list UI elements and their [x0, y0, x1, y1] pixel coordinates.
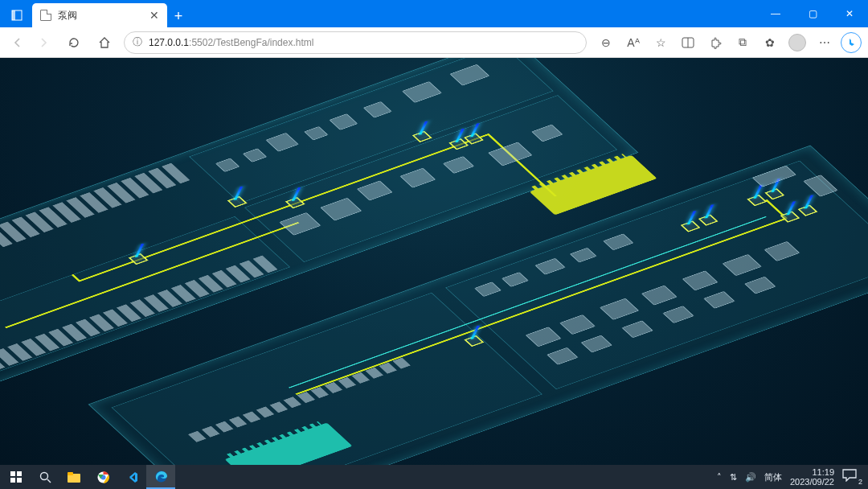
sensor-marker[interactable]	[464, 335, 484, 347]
tab-panel-toggle[interactable]	[5, 3, 29, 27]
start-button[interactable]	[2, 465, 31, 489]
more-menu-icon[interactable]: ⋯	[813, 31, 836, 54]
taskbar-search-icon[interactable]	[31, 465, 59, 489]
collections-icon[interactable]: ⧉	[731, 31, 754, 54]
browser-tab-active[interactable]: 泵阀 ✕	[32, 3, 167, 27]
tray-time: 11:19	[790, 467, 834, 477]
svg-rect-7	[17, 478, 22, 483]
tray-volume-icon[interactable]: 🔊	[745, 472, 756, 483]
site-info-icon[interactable]: ⓘ	[133, 35, 142, 49]
system-tray: ˄ ⇅ 🔊 简体 11:19 2023/09/22 2	[717, 467, 866, 487]
browser-titlebar: 泵阀 ✕ + — ▢ ✕	[0, 0, 868, 27]
window-maximize-button[interactable]: ▢	[794, 0, 831, 27]
viewport-3d-floorplan[interactable]	[0, 58, 868, 465]
profile-avatar[interactable]	[786, 31, 809, 54]
svg-rect-6	[10, 478, 15, 483]
svg-line-9	[47, 479, 51, 483]
bing-sidebar-icon[interactable]	[841, 32, 862, 53]
window-minimize-button[interactable]: —	[757, 0, 794, 27]
tray-clock[interactable]: 11:19 2023/09/22	[790, 467, 834, 487]
svg-rect-5	[17, 471, 22, 476]
iso-scene	[0, 58, 868, 465]
screenshot-icon[interactable]: ✿	[759, 31, 781, 54]
nav-home-button[interactable]	[93, 31, 116, 54]
nav-back-button[interactable]	[6, 31, 29, 54]
window-close-button[interactable]: ✕	[831, 0, 868, 27]
extensions-icon[interactable]	[704, 31, 727, 54]
read-aloud-icon[interactable]: Aᴬ	[622, 31, 645, 54]
tray-date: 2023/09/22	[790, 477, 834, 487]
address-bar[interactable]: ⓘ 127.0.0.1:5502/TestBengFa/index.html	[124, 31, 587, 54]
taskbar-chrome[interactable]	[88, 465, 117, 489]
taskbar-file-explorer[interactable]	[59, 465, 88, 489]
nav-refresh-button[interactable]	[63, 31, 85, 54]
tray-ime-label[interactable]: 简体	[764, 471, 782, 483]
vehicle-teal-truck[interactable]	[225, 423, 353, 465]
svg-point-8	[40, 472, 47, 479]
page-file-icon	[40, 10, 51, 21]
tray-network-icon[interactable]: ⇅	[730, 472, 737, 483]
tray-chevron-icon[interactable]: ˄	[717, 472, 722, 483]
tab-strip: 泵阀 ✕ +	[0, 0, 190, 27]
svg-rect-4	[10, 471, 15, 476]
tray-notif-count: 2	[858, 478, 863, 486]
new-tab-button[interactable]: +	[167, 5, 190, 27]
tab-title: 泵阀	[58, 9, 77, 23]
url-host: 127.0.0.1	[149, 37, 189, 48]
tray-notifications-icon[interactable]: 2	[842, 469, 862, 485]
zoom-icon[interactable]: ⊖	[595, 31, 617, 54]
windows-taskbar: ˄ ⇅ 🔊 简体 11:19 2023/09/22 2	[0, 465, 868, 489]
svg-rect-1	[12, 10, 15, 20]
url-path: /TestBengFa/index.html	[213, 37, 313, 48]
window-controls: — ▢ ✕	[757, 0, 868, 27]
taskbar-edge[interactable]	[146, 465, 175, 489]
url-port: :5502	[189, 37, 213, 48]
taskbar-vscode[interactable]	[117, 465, 146, 489]
tab-close-button[interactable]: ✕	[149, 9, 159, 22]
toolbar-right-icons: ⊖ Aᴬ ☆ ⧉ ✿ ⋯	[595, 31, 862, 54]
favorite-star-icon[interactable]: ☆	[649, 31, 672, 54]
url-text: 127.0.0.1:5502/TestBengFa/index.html	[149, 37, 313, 48]
nav-forward-button[interactable]	[32, 31, 55, 54]
split-screen-icon[interactable]	[677, 31, 699, 54]
svg-rect-11	[68, 472, 73, 475]
browser-toolbar: ⓘ 127.0.0.1:5502/TestBengFa/index.html ⊖…	[0, 27, 868, 58]
